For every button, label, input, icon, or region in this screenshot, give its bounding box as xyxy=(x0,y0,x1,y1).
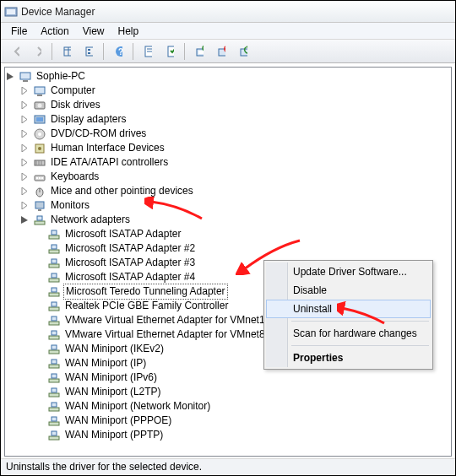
tree-device[interactable]: WAN Miniport (PPTP) xyxy=(7,428,451,442)
tree-category[interactable]: DVD/CD-ROM drives xyxy=(7,127,451,141)
app-icon xyxy=(4,5,18,19)
context-menu: Update Driver Software... Disable Uninst… xyxy=(263,260,433,370)
expand-toggle[interactable] xyxy=(21,173,33,181)
svg-rect-66 xyxy=(52,302,57,306)
expand-toggle[interactable] xyxy=(21,116,33,123)
uninstall-button[interactable] xyxy=(211,41,231,62)
tree-category[interactable]: Human Interface Devices xyxy=(7,141,451,155)
tree-device[interactable]: WAN Miniport (L2TP) xyxy=(7,385,451,399)
svg-rect-86 xyxy=(49,408,59,411)
title-bar: Device Manager xyxy=(1,1,455,23)
svg-rect-30 xyxy=(36,117,43,122)
device-tree[interactable]: Sophie-PC ComputerDisk drivesDisplay ada… xyxy=(7,69,451,442)
tree-item-label: Keyboards xyxy=(49,170,100,184)
computer-icon xyxy=(19,70,32,84)
help-button[interactable]: ? xyxy=(108,41,128,62)
scan-button[interactable] xyxy=(189,41,209,62)
menu-file[interactable]: File xyxy=(4,24,34,39)
expand-toggle[interactable] xyxy=(21,144,33,152)
svg-text:?: ? xyxy=(118,47,122,57)
expand-toggle[interactable] xyxy=(21,216,33,224)
category-icon xyxy=(33,113,46,127)
tree-category-network[interactable]: Network adapters xyxy=(7,213,451,227)
tree-device[interactable]: WAN Miniport (Network Monitor) xyxy=(7,399,451,414)
tree-item-label: Microsoft Teredo Tunneling Adapter xyxy=(63,284,228,300)
menu-view[interactable]: View xyxy=(76,24,111,39)
menu-help[interactable]: Help xyxy=(111,24,146,39)
tree-category[interactable]: Monitors xyxy=(7,198,451,213)
category-icon xyxy=(33,99,46,112)
tree-item-label: Human Interface Devices xyxy=(49,141,166,155)
network-adapter-icon xyxy=(47,242,61,256)
back-button xyxy=(5,41,25,62)
tree-item-label: Microsoft ISATAP Adapter #3 xyxy=(63,256,197,270)
view-button[interactable] xyxy=(79,41,99,62)
svg-rect-69 xyxy=(52,316,57,321)
network-icon xyxy=(33,214,46,227)
svg-rect-83 xyxy=(49,393,59,397)
tree-category[interactable]: Disk drives xyxy=(7,98,451,112)
update-button[interactable] xyxy=(233,41,253,62)
menu-action[interactable]: Action xyxy=(34,24,75,39)
toolbar: ? xyxy=(1,40,455,63)
svg-point-16 xyxy=(203,46,204,51)
svg-rect-45 xyxy=(35,202,44,208)
tree-category[interactable]: Keyboards xyxy=(7,170,451,184)
expand-toggle[interactable] xyxy=(21,202,33,209)
expand-toggle[interactable] xyxy=(21,159,33,166)
tree-item-label: IDE ATA/ATAPI controllers xyxy=(49,155,170,170)
tree-item-label: WAN Miniport (PPTP) xyxy=(63,428,165,442)
svg-rect-90 xyxy=(52,417,57,421)
ctx-uninstall[interactable]: Uninstall xyxy=(266,300,431,318)
ctx-scan[interactable]: Scan for hardware changes xyxy=(266,324,431,343)
svg-point-32 xyxy=(38,133,41,136)
show-hidden-button[interactable] xyxy=(57,41,77,62)
ctx-update-driver[interactable]: Update Driver Software... xyxy=(266,262,431,281)
tree-root[interactable]: Sophie-PC xyxy=(7,69,451,84)
tree-item-label: DVD/CD-ROM drives xyxy=(49,127,148,141)
network-adapter-icon xyxy=(47,414,61,428)
ctx-disable[interactable]: Disable xyxy=(266,281,431,300)
tree-item-label: VMware Virtual Ethernet Adapter for VMne… xyxy=(63,327,267,342)
svg-point-34 xyxy=(38,147,41,150)
svg-rect-53 xyxy=(49,250,59,253)
svg-rect-57 xyxy=(52,259,57,263)
category-icon xyxy=(33,142,46,155)
svg-rect-56 xyxy=(49,264,59,268)
svg-rect-23 xyxy=(20,73,30,79)
svg-rect-42 xyxy=(41,177,43,179)
network-adapter-icon xyxy=(47,357,61,371)
tree-category[interactable]: IDE ATA/ATAPI controllers xyxy=(7,155,451,170)
tree-item-label: WAN Miniport (IP) xyxy=(63,356,148,371)
expand-toggle[interactable] xyxy=(21,130,33,138)
ctx-properties[interactable]: Properties xyxy=(266,349,431,367)
svg-rect-71 xyxy=(49,336,59,339)
tree-device[interactable]: Microsoft ISATAP Adapter #2 xyxy=(7,241,451,256)
expand-toggle[interactable] xyxy=(21,101,33,109)
svg-rect-25 xyxy=(35,87,45,94)
network-adapter-icon xyxy=(47,371,61,385)
status-text: Uninstalls the driver for the selected d… xyxy=(6,461,202,473)
tree-category[interactable]: Mice and other pointing devices xyxy=(7,184,451,198)
network-adapter-icon xyxy=(47,429,61,442)
tree-item-label: Microsoft ISATAP Adapter xyxy=(63,227,182,241)
svg-rect-1 xyxy=(7,9,15,14)
svg-rect-2 xyxy=(64,47,71,56)
svg-rect-54 xyxy=(52,245,57,249)
tree-device[interactable]: Microsoft ISATAP Adapter xyxy=(7,227,451,241)
properties2-button[interactable] xyxy=(160,41,180,62)
expand-toggle[interactable] xyxy=(7,73,19,80)
category-icon xyxy=(33,170,46,184)
properties-button[interactable] xyxy=(138,41,158,62)
expand-toggle[interactable] xyxy=(21,187,33,195)
tree-device[interactable]: WAN Miniport (PPPOE) xyxy=(7,414,451,428)
svg-rect-51 xyxy=(52,230,57,235)
tree-item-label: Monitors xyxy=(49,198,91,213)
svg-rect-78 xyxy=(52,360,57,364)
tree-category[interactable]: Computer xyxy=(7,84,451,98)
tree-device[interactable]: WAN Miniport (IPv6) xyxy=(7,371,451,385)
expand-toggle[interactable] xyxy=(21,87,33,95)
svg-rect-24 xyxy=(23,80,28,82)
svg-rect-89 xyxy=(49,422,59,425)
tree-category[interactable]: Display adapters xyxy=(7,112,451,127)
